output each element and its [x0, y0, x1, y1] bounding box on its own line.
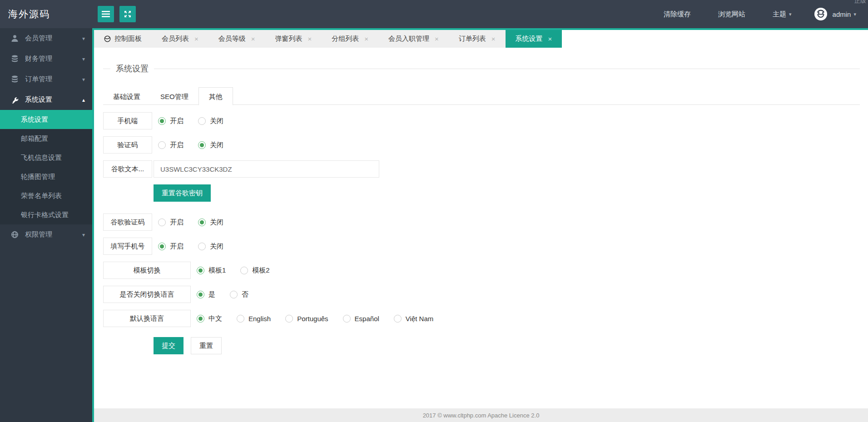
view-site-link[interactable]: 浏览网站	[704, 0, 759, 28]
tab-label: 系统设置	[516, 35, 543, 43]
radio-icon	[230, 291, 238, 298]
footer-text: 2017 © www.cltphp.com Apache Licence 2.0	[423, 412, 540, 419]
field-label: 验证码	[103, 136, 152, 154]
form-row-mobile: 手机端 开启 关闭	[103, 112, 860, 129]
close-icon[interactable]: ×	[548, 35, 552, 43]
field-label: 填写手机号	[103, 238, 152, 255]
radio-phone-off[interactable]: 关闭	[198, 242, 223, 251]
sidebar-toggle-button[interactable]	[98, 6, 114, 22]
wrench-icon	[11, 96, 19, 104]
app-logo: 海外源码	[0, 8, 92, 20]
radio-captcha-on[interactable]: 开启	[158, 141, 184, 149]
submenu-item-carousel[interactable]: 轮播图管理	[0, 167, 92, 186]
fullscreen-button[interactable]	[119, 6, 136, 22]
submenu-item-mail-config[interactable]: 邮箱配置	[0, 129, 92, 148]
chevron-down-icon: ▾	[789, 11, 792, 17]
submenu-item-telegram-info[interactable]: 飞机信息设置	[0, 148, 92, 167]
sidebar-item-permissions[interactable]: 权限管理 ▾	[0, 224, 92, 245]
radio-icon	[197, 267, 204, 274]
sidebar-item-system-settings[interactable]: 系统设置 ▴	[0, 89, 92, 110]
subtab-other[interactable]: 其他	[198, 87, 233, 105]
close-icon[interactable]: ×	[308, 35, 312, 43]
field-label: 手机端	[103, 112, 152, 129]
form-row-disable-lang-switch: 是否关闭切换语言 是 否	[103, 286, 860, 303]
hamburger-icon	[102, 11, 110, 17]
theme-dropdown[interactable]: 主题 ▾	[759, 0, 805, 28]
submenu-item-honor-list[interactable]: 荣誉名单列表	[0, 186, 92, 205]
radio-label: 模板1	[208, 266, 226, 275]
close-icon[interactable]: ×	[491, 35, 496, 43]
radio-icon	[197, 291, 204, 298]
radio-google-captcha-on[interactable]: 开启	[158, 218, 184, 227]
submenu-item-label: 飞机信息设置	[21, 154, 62, 161]
tab-member-onboarding[interactable]: 会员入职管理 ×	[378, 30, 449, 48]
radio-template-1[interactable]: 模板1	[197, 266, 226, 275]
radio-label: 关闭	[210, 242, 223, 251]
radio-captcha-off[interactable]: 关闭	[198, 141, 223, 149]
radio-label: English	[248, 315, 271, 323]
username-label: admin	[833, 10, 851, 18]
tab-label: 分组列表	[332, 35, 359, 43]
radio-lang-spanish[interactable]: Español	[343, 315, 379, 323]
subtab-label: 基础设置	[113, 93, 140, 100]
subtab-seo[interactable]: SEO管理	[150, 88, 198, 106]
close-icon[interactable]: ×	[251, 35, 255, 43]
close-icon[interactable]: ×	[364, 35, 368, 43]
tab-label: 会员入职管理	[388, 35, 429, 43]
clear-cache-link[interactable]: 清除缓存	[650, 0, 704, 28]
tab-group-list[interactable]: 分组列表 ×	[322, 30, 378, 48]
submenu-item-system-settings[interactable]: 系统设置	[0, 110, 92, 129]
close-icon[interactable]: ×	[435, 35, 439, 43]
sidebar-item-finance[interactable]: 财务管理 ▾	[0, 49, 92, 69]
field-label: 模板切换	[103, 262, 191, 279]
tab-order-list[interactable]: 订单列表 ×	[449, 30, 506, 48]
sidebar-item-orders[interactable]: 订单管理 ▾	[0, 69, 92, 89]
radio-lang-chinese[interactable]: 中文	[197, 314, 222, 323]
google-key-input[interactable]	[154, 160, 379, 178]
radio-lang-portuguese[interactable]: Português	[285, 315, 328, 323]
radio-mobile-on[interactable]: 开启	[158, 117, 184, 125]
database-icon	[11, 75, 19, 83]
radio-lang-vietnamese[interactable]: Việt Nam	[394, 315, 433, 323]
sidebar-item-members[interactable]: 会员管理 ▾	[0, 28, 92, 49]
radio-mobile-off[interactable]: 关闭	[198, 117, 223, 125]
field-label: 谷歌文本...	[103, 160, 152, 178]
user-menu[interactable]: admin ▾	[805, 7, 868, 21]
radio-icon	[240, 267, 248, 274]
radio-label: Español	[355, 315, 379, 323]
radio-lang-english[interactable]: English	[237, 315, 271, 323]
radio-lang-switch-no[interactable]: 否	[230, 290, 248, 299]
globe-icon	[104, 35, 111, 42]
tab-member-level[interactable]: 会员等级 ×	[208, 30, 265, 48]
radio-icon	[158, 243, 166, 250]
submenu-item-label: 荣誉名单列表	[21, 192, 62, 199]
subtab-label: SEO管理	[160, 93, 188, 100]
theme-label: 主题	[773, 10, 786, 19]
radio-icon	[343, 315, 351, 323]
subtab-basic-settings[interactable]: 基础设置	[103, 88, 150, 106]
radio-icon	[158, 117, 166, 125]
radio-icon	[158, 141, 166, 149]
settings-form: 手机端 开启 关闭 验证码	[103, 112, 860, 354]
radio-icon	[237, 315, 244, 323]
sidebar-item-label: 会员管理	[25, 34, 52, 43]
radio-phone-on[interactable]: 开启	[158, 242, 184, 251]
close-icon[interactable]: ×	[194, 35, 198, 43]
radio-label: 是	[208, 290, 215, 299]
submenu-item-label: 银行卡格式设置	[21, 211, 69, 218]
submit-button[interactable]: 提交	[154, 337, 184, 354]
page-content: 系统设置 基础设置 SEO管理 其他 手机端	[94, 48, 868, 408]
tab-popup-list[interactable]: 弹窗列表 ×	[265, 30, 322, 48]
tab-system-settings[interactable]: 系统设置 ×	[506, 30, 562, 48]
radio-google-captcha-off[interactable]: 关闭	[198, 218, 223, 227]
reset-button[interactable]: 重置	[191, 337, 222, 354]
form-row-google-text: 谷歌文本...	[103, 160, 860, 178]
submenu-item-bank-card-format[interactable]: 银行卡格式设置	[0, 205, 92, 224]
tab-member-list[interactable]: 会员列表 ×	[152, 30, 208, 48]
radio-template-2[interactable]: 模板2	[240, 266, 269, 275]
watermark-label: 正版	[854, 0, 866, 5]
form-row-template: 模板切换 模板1 模板2	[103, 262, 860, 279]
reset-google-key-button[interactable]: 重置谷歌密钥	[154, 184, 211, 202]
tab-dashboard[interactable]: 控制面板	[94, 30, 152, 48]
radio-lang-switch-yes[interactable]: 是	[197, 290, 215, 299]
